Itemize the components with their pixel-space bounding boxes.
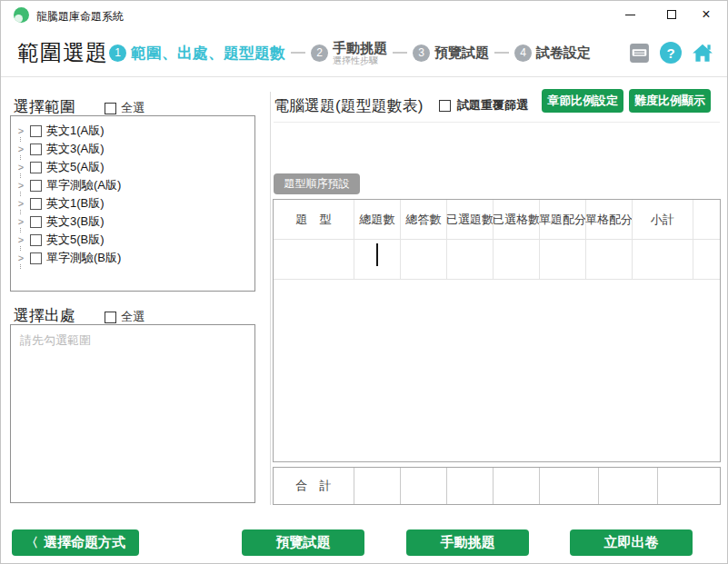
tree-item-checkbox[interactable] <box>30 125 42 137</box>
tree-item[interactable]: > 英文1(A版) <box>16 122 254 140</box>
tree-item-label: 單字測驗(A版) <box>46 177 121 193</box>
right-panel-divider <box>274 122 720 123</box>
type-order-preset-button[interactable]: 題型順序預設 <box>274 173 360 194</box>
source-select-all-checkbox[interactable] <box>105 312 116 323</box>
tree-item-checkbox[interactable] <box>30 216 42 228</box>
duplicate-filter[interactable]: 試題重覆篩選 <box>439 97 528 114</box>
tree-item-label: 英文5(A版) <box>46 159 105 175</box>
total-value-cell <box>354 468 400 504</box>
text-cursor <box>376 243 378 266</box>
difficulty-ratio-button[interactable]: 難度比例顯示 <box>629 89 711 113</box>
maximize-button[interactable] <box>656 1 687 28</box>
tree-item[interactable]: > 英文3(B版) <box>16 213 254 231</box>
tree-item-label: 單字測驗(B版) <box>46 250 121 266</box>
question-icon: ? <box>660 42 682 64</box>
subtotal-cell[interactable] <box>632 240 693 280</box>
tree-item-label: 英文3(A版) <box>46 141 105 157</box>
expand-chevron-icon[interactable]: > <box>16 235 25 244</box>
generate-exam-button[interactable]: 立即出卷 <box>570 529 693 556</box>
step-3-label[interactable]: 預覽試題 <box>434 45 489 62</box>
preview-questions-button[interactable]: 預覽試題 <box>242 529 364 556</box>
expand-chevron-icon[interactable]: > <box>16 144 25 153</box>
tree-item[interactable]: > 單字測驗(A版) <box>16 176 254 194</box>
step-separator-icon <box>393 52 407 54</box>
total-value-cell <box>539 468 598 504</box>
close-button[interactable]: × <box>691 1 722 28</box>
points-per-blank-cell[interactable] <box>585 240 632 280</box>
home-icon <box>691 41 714 64</box>
total-value-cell <box>657 468 720 504</box>
points-per-question-cell[interactable] <box>539 240 585 280</box>
tree-item-checkbox[interactable] <box>30 234 42 246</box>
tree-item[interactable]: > 英文5(A版) <box>16 158 254 176</box>
header-cell: 單格配分 <box>585 200 632 240</box>
total-value-cell <box>446 468 493 504</box>
tree-item-checkbox[interactable] <box>30 198 42 210</box>
expand-chevron-icon[interactable]: > <box>16 163 25 172</box>
expand-chevron-icon[interactable]: > <box>16 199 25 208</box>
tree-item-checkbox[interactable] <box>30 143 42 155</box>
step-2-label[interactable]: 手動挑題 <box>333 41 387 55</box>
step-4-circle: 4 <box>514 45 532 62</box>
range-section-title: 選擇範圍 <box>14 96 75 117</box>
range-select-all-label: 全選 <box>121 100 145 116</box>
header-icons: ? <box>627 28 714 77</box>
step-separator-icon <box>494 52 509 54</box>
tree-item-label: 英文1(A版) <box>46 123 105 139</box>
source-placeholder-text: 請先勾選範圍 <box>20 332 245 349</box>
minimize-icon <box>625 15 635 15</box>
manual-pick-button[interactable]: 手動挑題 <box>406 529 529 556</box>
home-button[interactable] <box>691 41 714 64</box>
range-select-all[interactable]: 全選 <box>105 100 145 116</box>
source-select-all[interactable]: 全選 <box>105 309 145 325</box>
chapter-ratio-button[interactable]: 章節比例設定 <box>542 89 623 113</box>
page-header: 範圍選題 1 範圍、出處、題型題數 2 手動挑題 選擇性步驟 3 預覽試題 4 … <box>1 28 727 77</box>
range-select-all-checkbox[interactable] <box>105 103 116 114</box>
table-row[interactable] <box>274 240 720 280</box>
tree-item[interactable]: > 英文3(A版) <box>16 140 254 158</box>
step-3-circle: 3 <box>413 45 430 62</box>
tree-item[interactable]: > 英文5(B版) <box>16 231 254 249</box>
expand-chevron-icon[interactable]: > <box>16 253 25 262</box>
question-type-table: 題 型 總題數 總答數 已選題數 已選格數 單題配分 單格配分 小計 <box>273 199 721 462</box>
duplicate-filter-checkbox[interactable] <box>439 100 451 112</box>
step-1-circle: 1 <box>109 45 126 62</box>
floppy-disk-icon <box>628 42 651 64</box>
tree-item-checkbox[interactable] <box>30 252 42 264</box>
source-list-box[interactable]: 請先勾選範圍 <box>10 324 255 503</box>
type-cell[interactable] <box>274 240 354 280</box>
close-icon: × <box>702 7 710 22</box>
back-chevron-icon: 〈 <box>25 535 38 551</box>
header-cell: 已選題數 <box>446 200 493 240</box>
tree-item-checkbox[interactable] <box>30 162 42 173</box>
selected-questions-cell[interactable] <box>446 240 493 280</box>
back-button-label: 選擇命題方式 <box>44 534 125 551</box>
logo-swirl <box>15 15 23 23</box>
tree-item[interactable]: > 單字測驗(B版) <box>16 249 254 267</box>
tree-item[interactable]: > 英文1(B版) <box>16 194 254 213</box>
back-button[interactable]: 〈 選擇命題方式 <box>12 529 139 556</box>
total-value-cell <box>493 468 539 504</box>
help-button[interactable]: ? <box>659 41 683 64</box>
source-select-all-label: 全選 <box>121 309 145 325</box>
total-label-cell: 合 計 <box>274 468 354 504</box>
header-cell: 總答數 <box>400 200 446 240</box>
minimize-button[interactable] <box>614 1 645 28</box>
selected-blanks-cell[interactable] <box>493 240 539 280</box>
expand-chevron-icon[interactable]: > <box>16 217 25 226</box>
header-cell: 已選格數 <box>493 200 539 240</box>
panel-divider <box>270 92 271 505</box>
expand-chevron-icon[interactable]: > <box>16 181 25 190</box>
header-cell: 題 型 <box>274 200 354 240</box>
save-button[interactable] <box>627 41 651 64</box>
wizard-steps: 1 範圍、出處、題型題數 2 手動挑題 選擇性步驟 3 預覽試題 4 試卷設定 <box>109 28 591 77</box>
total-answers-cell[interactable] <box>400 240 446 280</box>
step-4-label[interactable]: 試卷設定 <box>536 45 591 62</box>
page-title: 範圍選題 <box>17 38 108 67</box>
tree-item-checkbox[interactable] <box>30 180 42 192</box>
step-separator-icon <box>291 52 305 54</box>
window-titlebar: 龍騰題庫命題系統 × <box>1 1 727 28</box>
source-section-title: 選擇出處 <box>14 305 75 326</box>
expand-chevron-icon[interactable]: > <box>16 126 25 135</box>
step-1-label[interactable]: 範圍、出處、題型題數 <box>131 43 285 64</box>
